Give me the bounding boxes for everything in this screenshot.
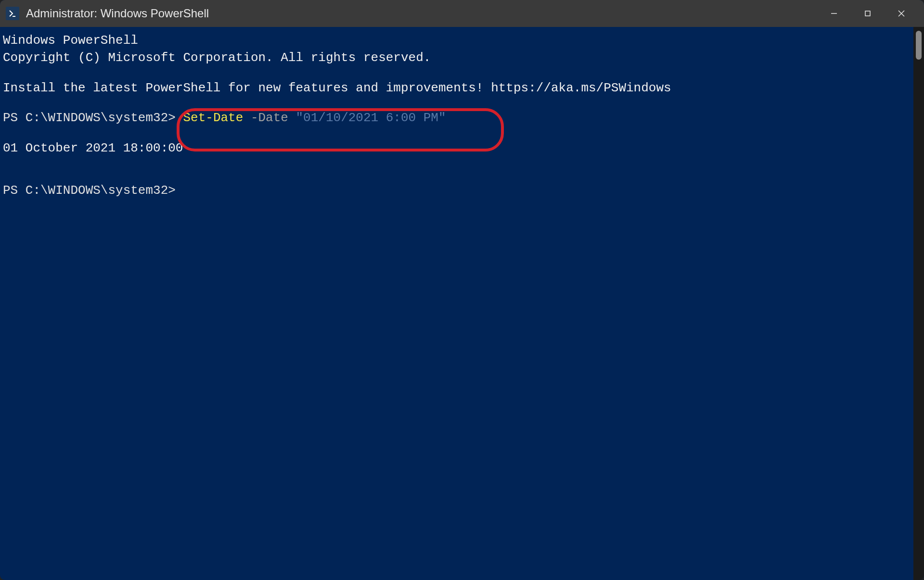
close-button[interactable] bbox=[885, 0, 918, 27]
command-line-1: PS C:\WINDOWS\system32> Set-Date -Date "… bbox=[3, 109, 921, 126]
cmdlet-name: Set-Date bbox=[183, 111, 243, 125]
powershell-window: Administrator: Windows PowerShell Window… bbox=[0, 0, 924, 580]
param-name: -Date bbox=[243, 111, 295, 125]
window-controls bbox=[817, 0, 918, 27]
banner-line-2: Copyright (C) Microsoft Corporation. All… bbox=[3, 49, 921, 66]
maximize-button[interactable] bbox=[851, 0, 885, 27]
command-line-2[interactable]: PS C:\WINDOWS\system32> bbox=[3, 182, 921, 199]
titlebar[interactable]: Administrator: Windows PowerShell bbox=[0, 0, 924, 27]
powershell-icon bbox=[6, 7, 19, 20]
arg-string: "01/10/2021 6:00 PM" bbox=[296, 111, 446, 125]
minimize-icon bbox=[830, 10, 838, 17]
close-icon bbox=[897, 9, 906, 18]
svg-rect-1 bbox=[865, 11, 870, 16]
output-line: 01 October 2021 18:00:00 bbox=[3, 139, 921, 157]
scrollbar[interactable] bbox=[913, 27, 924, 580]
window-title: Administrator: Windows PowerShell bbox=[26, 7, 817, 20]
prompt-2: PS C:\WINDOWS\system32> bbox=[3, 183, 176, 198]
install-message: Install the latest PowerShell for new fe… bbox=[3, 79, 921, 97]
maximize-icon bbox=[864, 10, 872, 17]
prompt-1: PS C:\WINDOWS\system32> bbox=[3, 111, 183, 125]
scrollbar-thumb[interactable] bbox=[916, 31, 922, 60]
terminal-area[interactable]: Windows PowerShell Copyright (C) Microso… bbox=[0, 27, 924, 580]
banner-line-1: Windows PowerShell bbox=[3, 32, 921, 49]
minimize-button[interactable] bbox=[817, 0, 851, 27]
